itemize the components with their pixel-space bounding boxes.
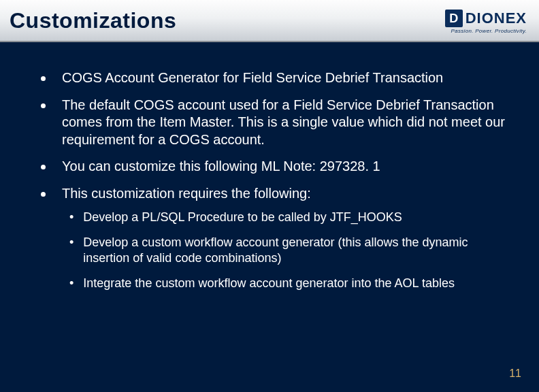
sub-bullet-item: • Develop a custom workflow account gene…	[69, 235, 512, 266]
sub-bullet-dot-icon: •	[69, 211, 74, 225]
logo-name: DIONEX	[466, 10, 527, 27]
sub-bullet-text: Develop a custom workflow account genera…	[83, 235, 512, 266]
bullet-text: You can customize this following ML Note…	[62, 158, 380, 176]
bullet-dot-icon	[41, 192, 46, 197]
logo-mark-icon: D	[445, 10, 463, 27]
bullet-item: You can customize this following ML Note…	[41, 158, 512, 176]
sub-bullet-text: Develop a PL/SQL Procedure to be called …	[83, 210, 402, 225]
bullet-item: This customization requires the followin…	[41, 185, 512, 203]
brand-logo: D DIONEX Passion. Power. Productivity.	[445, 10, 527, 34]
bullet-dot-icon	[41, 165, 46, 169]
page-number: 11	[509, 368, 521, 380]
logo-tagline: Passion. Power. Productivity.	[451, 28, 527, 34]
bullet-text: COGS Account Generator for Field Service…	[62, 69, 443, 87]
bullet-item: The default COGS account used for a Fiel…	[41, 97, 512, 149]
sub-bullet-dot-icon: •	[69, 236, 74, 250]
bullet-dot-icon	[41, 103, 46, 108]
slide-body: COGS Account Generator for Field Service…	[0, 42, 539, 291]
bullet-text: This customization requires the followin…	[62, 185, 311, 203]
sub-bullet-item: • Integrate the custom workflow account …	[69, 276, 512, 291]
bullet-item: COGS Account Generator for Field Service…	[41, 69, 512, 87]
bullet-dot-icon	[41, 76, 46, 81]
sub-bullet-text: Integrate the custom workflow account ge…	[83, 276, 455, 291]
slide-header: Customizations D DIONEX Passion. Power. …	[0, 0, 539, 42]
sub-bullet-dot-icon: •	[69, 277, 74, 291]
slide-title: Customizations	[10, 8, 176, 33]
sub-bullet-item: • Develop a PL/SQL Procedure to be calle…	[69, 210, 512, 225]
sub-bullet-list: • Develop a PL/SQL Procedure to be calle…	[69, 210, 512, 291]
bullet-text: The default COGS account used for a Fiel…	[62, 97, 512, 149]
logo-top-row: D DIONEX	[445, 10, 527, 27]
